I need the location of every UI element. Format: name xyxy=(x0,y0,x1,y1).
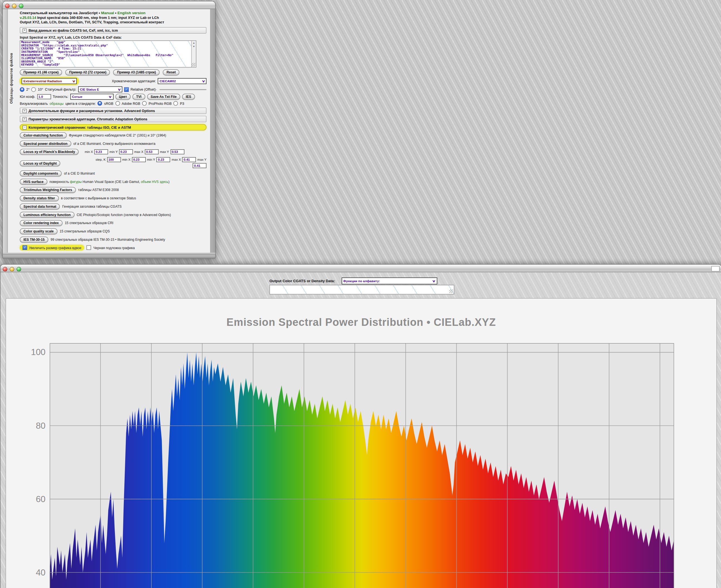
yule-label: Юл коэф. xyxy=(20,94,35,99)
close-button[interactable] xyxy=(3,267,7,271)
section-file-input[interactable]: + Ввод данных из файла CGATS txt, CxF, x… xyxy=(20,27,206,33)
double-graph-size-checkbox[interactable]: ✓ xyxy=(22,245,27,250)
minimize-button[interactable] xyxy=(12,3,17,8)
chevron-down-icon: ∨ xyxy=(72,79,76,83)
figure-link[interactable]: фигуры xyxy=(70,180,82,184)
zoom-button[interactable] xyxy=(16,267,21,271)
daylight-components-button[interactable]: Daylight components xyxy=(20,170,62,176)
titlebar-widget[interactable] xyxy=(711,266,720,272)
dl-maxx-input[interactable]: 0.41 xyxy=(182,157,196,162)
manual-link[interactable]: Manual xyxy=(101,11,114,15)
output-chart-window: Output Color CGATS or Density Data: Функ… xyxy=(0,264,721,588)
relative-offset-checkbox[interactable]: ✓ xyxy=(124,87,129,92)
calc-window-bottom-edge xyxy=(3,253,215,258)
ies-button[interactable]: IES xyxy=(182,94,195,100)
dl-miny-input[interactable]: 0.23 xyxy=(157,157,171,162)
color-button[interactable]: Цвет xyxy=(115,94,131,100)
section-chromatic-options[interactable]: + Параметры хроматической адаптации. Chr… xyxy=(20,115,206,122)
english-version-link[interactable]: English version xyxy=(117,11,145,15)
locus-blackbody-button[interactable]: Locus xy of Planck's Blackbody xyxy=(20,149,79,154)
expand-icon[interactable]: + xyxy=(22,117,27,121)
divider xyxy=(160,89,206,90)
bb-maxy-input[interactable]: 0.53 xyxy=(170,149,184,154)
close-button[interactable] xyxy=(5,3,10,8)
example3-button[interactable]: Пример #3 (1485 строк) xyxy=(113,69,159,75)
hvs-volume-link[interactable]: объем HVS здесь xyxy=(141,180,168,184)
file-format-samples-vertical-tab[interactable]: Образцы форматов файлов xyxy=(9,53,13,104)
color-matching-function-button[interactable]: Color-matching function xyxy=(20,132,66,138)
example1-button[interactable]: Пример #1 (46 строк) xyxy=(20,69,62,75)
locus-daylight-button[interactable]: Locus xy of Daylight xyxy=(20,161,60,166)
scroll-down-icon: ▼ xyxy=(193,45,195,48)
relative-offset-label: Relative (Offset)· xyxy=(131,87,157,91)
black-background-checkbox[interactable] xyxy=(86,245,91,250)
samples-link[interactable]: образцы xyxy=(49,101,63,105)
adobergb-radio[interactable] xyxy=(115,101,120,106)
minimize-button[interactable] xyxy=(10,267,15,271)
reset-button[interactable]: Reset xyxy=(163,69,179,75)
calc-content: Образцы форматов файлов Спектральный кал… xyxy=(7,9,211,253)
status-filter-label: Статусный фильтр: xyxy=(45,87,77,91)
spectral-calculator-window: Образцы форматов файлов Спектральный кал… xyxy=(2,1,216,258)
dl-maxy-input[interactable]: 0.41 xyxy=(193,163,206,168)
output-titlebar[interactable] xyxy=(1,265,721,272)
luminous-efficiency-button[interactable]: Luminous efficiency function xyxy=(20,212,74,218)
chevron-down-icon: ∨ xyxy=(117,88,121,91)
page-title: Спектральный калькулятор на JavaScript •… xyxy=(20,11,206,15)
bullet: • xyxy=(99,11,100,15)
hvs-surface-button[interactable]: HVS surface xyxy=(20,179,47,185)
y-axis-tick-80: 80 xyxy=(15,421,46,431)
save-as-txt-button[interactable]: Save As Txt File xyxy=(147,94,180,100)
srgb-radio[interactable] xyxy=(98,101,102,106)
dl-step-input[interactable]: 100 xyxy=(107,157,121,162)
observer-2deg-radio[interactable] xyxy=(20,87,24,92)
yule-input[interactable]: 1.0 xyxy=(37,94,51,99)
input-data-label: Input Spectral or XYZ, xyY, Lab, LCh CGA… xyxy=(20,35,206,40)
chromatic-adaptation-select[interactable]: CIECAM02∨ xyxy=(158,78,206,84)
chevron-down-icon: ∨ xyxy=(108,95,112,99)
resize-handle-icon[interactable] xyxy=(449,289,453,293)
spectral-data-format-button[interactable]: Spectral data format xyxy=(20,204,60,209)
dl-minx-input[interactable]: 0.23 xyxy=(132,157,146,162)
calc-titlebar[interactable] xyxy=(3,1,215,9)
y-axis-tick-100: 100 xyxy=(15,347,46,357)
check-icon: ✓ xyxy=(125,88,128,91)
color-quality-scale-button[interactable]: Color quality scale xyxy=(20,228,57,234)
section-colorimetric-reference[interactable]: − Колориметрический справочник: таблицы … xyxy=(20,124,206,130)
p3-radio[interactable] xyxy=(174,101,178,106)
illuminant-select[interactable]: Extraterrestrial Radiation∨ xyxy=(22,78,77,84)
y-axis-tick-60: 60 xyxy=(15,494,46,504)
subtitle-line1: v.25.03.14 Input spectral data 340-830 n… xyxy=(20,16,206,20)
desktop: Образцы форматов файлов Спектральный кал… xyxy=(0,0,721,588)
output-textarea[interactable] xyxy=(269,285,454,294)
density-status-filter-button[interactable]: Density status filter xyxy=(20,195,59,201)
chevron-down-icon: ∨ xyxy=(202,79,205,83)
zoom-button[interactable] xyxy=(19,3,24,8)
bb-maxx-input[interactable]: 0.53 xyxy=(145,149,159,154)
tristimulus-weighting-button[interactable]: Tristimulus Weighting Factors xyxy=(20,187,76,193)
bb-miny-input[interactable]: 0.23 xyxy=(119,149,133,154)
bullet: • xyxy=(115,11,117,15)
tvi-button[interactable]: TVI xyxy=(133,94,145,100)
ies-tm30-button[interactable]: IES TM-30-15 xyxy=(20,237,48,243)
observer-10deg-radio[interactable] xyxy=(32,87,36,92)
y-axis-tick-40: 40 xyxy=(15,568,46,578)
bb-minx-input[interactable]: 0.23 xyxy=(94,149,108,154)
precision-select[interactable]: Сотые∨ xyxy=(70,94,113,100)
spectral-power-distribution-button[interactable]: Spectral power distribution xyxy=(20,141,71,147)
chromatic-adaptation-label: Хроматическая адаптация: xyxy=(112,79,156,83)
color-rendering-index-button[interactable]: Color rendering index xyxy=(20,220,62,226)
collapse-icon[interactable]: − xyxy=(22,125,27,129)
precision-label: Точность: xyxy=(53,94,68,99)
expand-icon[interactable]: + xyxy=(22,28,27,33)
prophoto-radio[interactable] xyxy=(142,101,147,106)
spectrum-svg xyxy=(49,343,674,588)
resize-handle-icon[interactable] xyxy=(192,63,195,66)
status-filter-select[interactable]: CIE Status E∨ xyxy=(78,86,122,92)
functions-select[interactable]: Функции по алфавиту:∨ xyxy=(341,277,437,285)
input-textarea[interactable]: Measurement_mode "gap" ORIGINATOR "https… xyxy=(20,40,197,67)
spectrum-plot xyxy=(49,343,674,588)
section-advanced-options[interactable]: + Дополнительные функции и расширенные у… xyxy=(20,108,206,114)
expand-icon[interactable]: + xyxy=(22,109,27,113)
example2-button[interactable]: Пример #2 (72 строки) xyxy=(65,69,110,75)
